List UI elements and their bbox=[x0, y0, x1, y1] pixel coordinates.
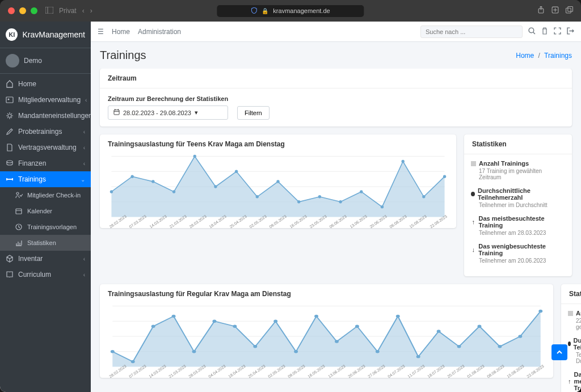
chevron-left-icon: ‹ bbox=[85, 97, 87, 103]
svg-point-41 bbox=[402, 160, 405, 163]
clock-icon bbox=[15, 223, 23, 231]
trash-icon[interactable] bbox=[541, 27, 548, 36]
sidebar-item-mandanteneinstellungen[interactable]: Mandanteneinstellungen ‹ bbox=[0, 108, 91, 124]
sidebar-toggle-icon[interactable] bbox=[45, 7, 53, 15]
gear-icon bbox=[6, 112, 14, 120]
svg-point-36 bbox=[297, 200, 300, 203]
stat-subtitle: Teilnehmer im Durchschnitt bbox=[568, 352, 581, 364]
home-icon bbox=[6, 80, 14, 88]
url-bar[interactable]: 🔒 kravmanagement.de bbox=[217, 5, 364, 17]
tabs-icon[interactable] bbox=[566, 6, 573, 15]
stat-title: Durchschnittliche Teilnehmerzahl bbox=[471, 187, 565, 201]
stats-card-1: Statistiken Anzahl Trainings 22 Training… bbox=[561, 284, 581, 392]
svg-point-58 bbox=[314, 315, 318, 318]
stat-subtitle: 22 Training im gewählten Zeitraum bbox=[568, 318, 581, 330]
user-name: Demo bbox=[24, 57, 42, 65]
svg-point-42 bbox=[422, 195, 425, 198]
sidebar-item-label: Mandanteneinstellungen bbox=[18, 112, 91, 120]
logout-icon[interactable] bbox=[567, 27, 574, 36]
stat-title: Anzahl Trainings bbox=[568, 310, 581, 317]
stat-subtitle: Teilnehmer im Durchschnitt bbox=[471, 202, 565, 208]
stat-title-text: Anzahl Trainings bbox=[576, 310, 581, 317]
sidebar-item-trainings[interactable]: Trainings ⌄ bbox=[0, 171, 91, 187]
chevron-left-icon: ‹ bbox=[83, 161, 85, 167]
stats-card-header: Statistiken bbox=[464, 134, 572, 154]
box-icon bbox=[6, 255, 14, 263]
chart-area bbox=[108, 153, 448, 221]
lock-icon: 🔒 bbox=[262, 8, 268, 14]
svg-point-67 bbox=[498, 345, 502, 348]
new-tab-icon[interactable] bbox=[551, 6, 559, 15]
svg-point-17 bbox=[529, 28, 534, 33]
page-body: Zeitraum Zeitraum zur Berechnung der Sta… bbox=[91, 69, 581, 392]
hamburger-icon[interactable]: ☰ bbox=[98, 28, 104, 36]
filter-button[interactable]: Filtern bbox=[237, 106, 270, 120]
user-panel[interactable]: Demo bbox=[0, 48, 91, 74]
brand-name: KravManagement bbox=[22, 30, 85, 39]
breadcrumb-home[interactable]: Home bbox=[516, 52, 534, 60]
stat-title-text: Das meistbesuchteste Training bbox=[574, 371, 581, 391]
sidebar-item-label: Home bbox=[18, 80, 36, 88]
date-range-picker[interactable]: 28.02.2023 - 29.08.2023 ▾ bbox=[108, 106, 228, 120]
sidebar-item-statistiken[interactable]: Statistiken bbox=[0, 235, 91, 251]
sidebar: KI KravManagement Demo Home Mitgliederve… bbox=[0, 22, 91, 392]
svg-point-30 bbox=[172, 190, 175, 193]
svg-line-18 bbox=[533, 32, 535, 33]
svg-point-52 bbox=[192, 350, 196, 353]
brand[interactable]: KI KravManagement bbox=[0, 22, 91, 48]
page-title: Trainings bbox=[100, 49, 146, 62]
fullscreen-icon[interactable] bbox=[554, 27, 561, 36]
svg-point-50 bbox=[151, 324, 155, 327]
topbar-link-home[interactable]: Home bbox=[112, 28, 130, 36]
calendar-icon bbox=[15, 207, 23, 215]
svg-point-62 bbox=[396, 315, 400, 318]
sidebar-item-probetrainings[interactable]: Probetrainings ‹ bbox=[0, 124, 91, 140]
sidebar-item-trainingsvorlagen[interactable]: Trainingsvorlagen bbox=[0, 219, 91, 235]
svg-point-7 bbox=[8, 99, 10, 100]
chevron-left-icon: ‹ bbox=[83, 129, 85, 135]
sidebar-item-curriculum[interactable]: Curriculum ‹ bbox=[0, 267, 91, 283]
sidebar-item-inventar[interactable]: Inventar ‹ bbox=[0, 251, 91, 267]
svg-point-9 bbox=[7, 161, 12, 163]
coins-icon bbox=[6, 159, 14, 167]
sidebar-item-label: Finanzen bbox=[18, 159, 46, 167]
maximize-window-button[interactable] bbox=[31, 7, 37, 14]
stats-card-0: Statistiken Anzahl Trainings 17 Training… bbox=[464, 134, 572, 276]
sidebar-item-mitglieder-check-in[interactable]: Mitglieder Check-in bbox=[0, 187, 91, 203]
sidebar-item-finanzen[interactable]: Finanzen ‹ bbox=[0, 155, 91, 171]
sidebar-item-label: Mitglieder Check-in bbox=[27, 192, 81, 199]
stat-subtitle: Teilnehmer am 28.03.2023 bbox=[471, 230, 565, 236]
svg-point-56 bbox=[273, 320, 277, 323]
topbar-link-admin[interactable]: Administration bbox=[138, 28, 181, 36]
scroll-top-button[interactable] bbox=[551, 344, 567, 360]
shield-icon bbox=[251, 7, 257, 15]
svg-rect-0 bbox=[45, 7, 53, 14]
forward-button[interactable]: › bbox=[90, 7, 92, 15]
svg-rect-11 bbox=[12, 178, 13, 180]
search-input[interactable] bbox=[420, 26, 523, 38]
svg-point-65 bbox=[457, 345, 461, 348]
stat-title-text: Anzahl Trainings bbox=[479, 160, 529, 167]
breadcrumb-current[interactable]: Trainings bbox=[544, 52, 572, 60]
svg-point-43 bbox=[443, 175, 446, 178]
svg-rect-4 bbox=[566, 8, 571, 13]
search-icon[interactable] bbox=[528, 27, 536, 36]
minimize-window-button[interactable] bbox=[19, 7, 26, 14]
stat-block: Durchschnittliche Teilnehmerzahl Teilneh… bbox=[568, 337, 581, 364]
svg-point-29 bbox=[151, 180, 154, 183]
stat-title: Durchschnittliche Teilnehmerzahl bbox=[568, 337, 581, 351]
chart-title: Trainingsauslastung für Teens Krav Maga … bbox=[108, 140, 448, 148]
svg-point-57 bbox=[294, 350, 298, 353]
sidebar-item-kalender[interactable]: Kalender bbox=[0, 203, 91, 219]
sidebar-item-mitgliederverwaltung[interactable]: Mitgliederverwaltung ‹ bbox=[0, 92, 91, 108]
back-button[interactable]: ‹ bbox=[82, 7, 85, 15]
main: ☰ Home Administration bbox=[91, 22, 581, 392]
svg-rect-5 bbox=[568, 7, 573, 12]
close-window-button[interactable] bbox=[8, 7, 15, 14]
sidebar-item-home[interactable]: Home bbox=[0, 76, 91, 92]
share-icon[interactable] bbox=[537, 6, 545, 15]
stat-block: Das wenigbesuchteste Training Teilnehmer… bbox=[471, 243, 565, 264]
chart-icon bbox=[15, 239, 23, 247]
sidebar-item-vertragsverwaltung[interactable]: Vertragsverwaltung ‹ bbox=[0, 140, 91, 155]
svg-point-39 bbox=[360, 190, 363, 193]
